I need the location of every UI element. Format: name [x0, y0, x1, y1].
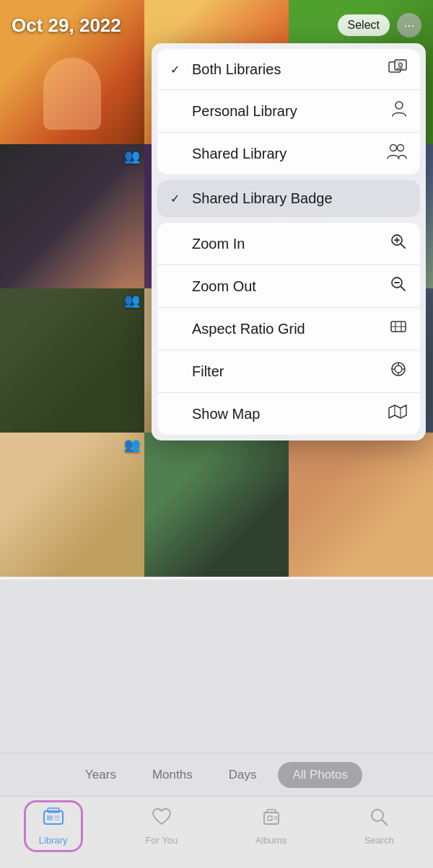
menu-item-shared-library-badge[interactable]: ✓ Shared Library Badge — [157, 180, 420, 217]
svg-line-12 — [401, 287, 406, 291]
menu-item-zoom-out[interactable]: ✓ Zoom Out — [157, 265, 420, 308]
show-map-label: Show Map — [192, 406, 261, 422]
checkmark-badge: ✓ — [170, 192, 185, 205]
menu-item-zoom-in[interactable]: ✓ Zoom In — [157, 223, 420, 265]
menu-item-personal-library[interactable]: ✓ Personal Library — [157, 90, 420, 133]
shared-icon: 👥 — [124, 293, 140, 309]
shared-library-badge-label: Shared Library Badge — [192, 190, 333, 207]
view-section: ✓ Zoom In ✓ Zoom Out — [157, 223, 420, 435]
aspect-ratio-grid-icon — [390, 318, 407, 340]
show-map-icon — [388, 403, 407, 425]
menu-item-show-map[interactable]: ✓ Show Map — [157, 393, 420, 435]
both-libraries-label: Both Libraries — [192, 61, 281, 78]
select-button[interactable]: Select — [338, 14, 390, 36]
badge-section: ✓ Shared Library Badge — [157, 180, 420, 217]
filter-icon — [390, 360, 407, 382]
zoom-out-icon — [390, 275, 407, 297]
library-section: ✓ Both Libraries ✓ Personal Library — [157, 49, 420, 174]
menu-item-aspect-ratio-grid[interactable]: ✓ Aspect Ratio Grid — [157, 308, 420, 350]
both-libraries-icon — [388, 59, 407, 79]
zoom-in-icon — [390, 233, 407, 254]
dropdown-menu: ✓ Both Libraries ✓ Personal Library — [152, 43, 426, 440]
shared-icon: 👥 — [124, 149, 140, 164]
shared-library-icon — [387, 143, 407, 164]
menu-item-filter[interactable]: ✓ Filter — [157, 350, 420, 393]
checkmark-both: ✓ — [170, 63, 185, 76]
photo-cell[interactable]: 👥 — [0, 144, 144, 288]
photo-cell[interactable] — [289, 433, 433, 577]
date-title: Oct 29, 2022 — [12, 14, 121, 37]
menu-item-both-libraries[interactable]: ✓ Both Libraries — [157, 49, 420, 90]
aspect-ratio-grid-label: Aspect Ratio Grid — [192, 321, 305, 337]
personal-library-icon — [391, 100, 407, 122]
svg-point-18 — [395, 366, 402, 373]
more-icon: ··· — [403, 18, 414, 33]
filter-label: Filter — [192, 363, 224, 380]
photo-overlay — [0, 580, 433, 868]
menu-item-shared-library[interactable]: ✓ Shared Library — [157, 133, 420, 174]
photo-cell[interactable] — [144, 433, 289, 577]
svg-line-9 — [401, 244, 406, 249]
photo-cell[interactable]: 👥 — [0, 433, 144, 577]
zoom-in-label: Zoom In — [192, 236, 245, 252]
shared-library-label: Shared Library — [192, 146, 287, 162]
shared-icon: 👥 — [124, 437, 140, 453]
svg-point-5 — [398, 145, 404, 151]
svg-point-3 — [395, 102, 403, 109]
svg-point-4 — [390, 145, 397, 151]
zoom-out-label: Zoom Out — [192, 278, 256, 295]
personal-library-label: Personal Library — [192, 103, 297, 120]
top-bar-right: Select ··· — [338, 13, 421, 37]
photo-cell[interactable]: 👥 — [0, 288, 144, 433]
more-button[interactable]: ··· — [397, 13, 421, 37]
